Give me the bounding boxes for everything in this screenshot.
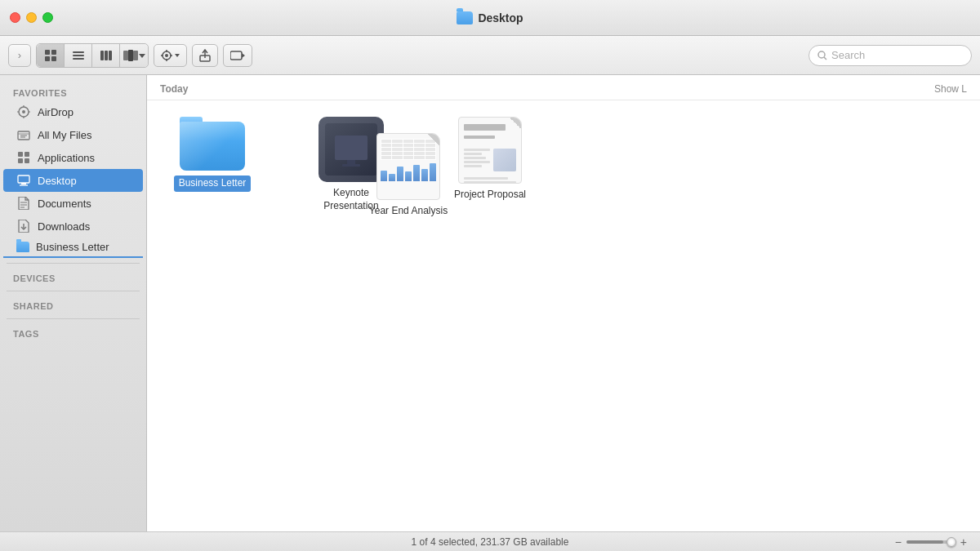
columns-icon — [100, 49, 113, 62]
tag-button[interactable] — [223, 44, 252, 67]
show-log-link[interactable]: Show L — [934, 83, 967, 95]
analysis-chart — [381, 163, 436, 181]
svg-point-25 — [818, 51, 825, 58]
search-box[interactable]: Search — [808, 45, 972, 66]
status-bar: 1 of 4 selected, 231.37 GB available − + — [0, 531, 980, 551]
sidebar-item-all-my-files[interactable]: All My Files — [3, 123, 143, 146]
chart-bar-5 — [413, 165, 420, 181]
svg-rect-37 — [18, 152, 23, 157]
share-icon — [199, 49, 211, 62]
title-bar: Desktop — [0, 0, 980, 36]
sidebar-all-my-files-label: All My Files — [38, 129, 91, 141]
svg-rect-34 — [18, 133, 29, 135]
sidebar-divider-tags — [7, 318, 140, 319]
svg-line-26 — [824, 57, 826, 60]
view-cover-button[interactable] — [120, 44, 148, 67]
sidebar-divider-shared — [7, 291, 140, 291]
zoom-plus-button[interactable]: + — [960, 535, 967, 549]
cover-flow-icon — [122, 49, 139, 62]
folder-icon-business-letter — [180, 117, 245, 171]
view-columns-button[interactable] — [92, 44, 120, 67]
desktop-icon — [16, 173, 31, 188]
applications-icon — [16, 150, 31, 165]
drag-folder-icon — [16, 242, 29, 252]
analysis-icon — [376, 133, 440, 200]
status-text: 1 of 4 selected, 231.37 GB available — [412, 536, 569, 548]
svg-rect-0 — [45, 50, 50, 55]
search-icon — [817, 51, 827, 60]
view-list-button[interactable] — [65, 44, 92, 67]
sidebar-documents-label: Documents — [38, 198, 91, 210]
svg-marker-20 — [175, 54, 180, 57]
zoom-minus-button[interactable]: − — [895, 535, 902, 549]
svg-rect-3 — [51, 56, 56, 61]
proposal-icon — [458, 117, 522, 184]
zoom-slider-thumb[interactable] — [947, 537, 956, 547]
tags-label: TAGS — [0, 324, 146, 341]
back-button[interactable]: › — [8, 44, 31, 67]
svg-rect-11 — [128, 50, 133, 61]
favorites-label: FAVORITES — [0, 83, 146, 100]
file-item-business-letter[interactable]: Business Letter — [163, 117, 261, 218]
svg-point-28 — [22, 110, 25, 113]
toolbar: › — [0, 36, 980, 75]
gear-icon — [161, 50, 172, 61]
svg-rect-48 — [335, 136, 368, 160]
svg-rect-9 — [109, 51, 112, 60]
sidebar-item-applications[interactable]: Applications — [3, 146, 143, 169]
all-my-files-icon — [16, 127, 31, 142]
sidebar-downloads-label: Downloads — [38, 220, 90, 233]
zoom-slider-track[interactable] — [906, 540, 956, 544]
svg-rect-4 — [73, 51, 84, 53]
minimize-button[interactable] — [26, 12, 37, 23]
svg-rect-6 — [73, 58, 84, 60]
chart-bar-6 — [421, 169, 428, 181]
svg-rect-12 — [133, 51, 138, 60]
date-label: Today — [160, 83, 188, 95]
svg-rect-7 — [100, 51, 104, 60]
file-label-business-letter: Business Letter — [174, 176, 252, 192]
svg-rect-5 — [73, 55, 84, 56]
chart-bar-3 — [397, 167, 403, 181]
close-button[interactable] — [10, 12, 20, 23]
sidebar-item-downloads[interactable]: Downloads — [3, 215, 143, 238]
folder-body — [180, 122, 245, 171]
svg-rect-8 — [105, 51, 108, 60]
search-placeholder: Search — [831, 49, 865, 61]
sidebar-item-desktop[interactable]: Desktop — [3, 169, 143, 192]
svg-marker-13 — [139, 54, 145, 58]
sidebar: FAVORITES AirDrop — [0, 75, 147, 531]
chevron-down-small-icon — [175, 52, 180, 59]
view-grid-button[interactable] — [37, 44, 65, 67]
list-icon — [72, 49, 85, 62]
file-item-year-end-analysis[interactable]: Year End Analysis — [359, 133, 457, 218]
chart-bar-1 — [381, 171, 387, 181]
traffic-lights — [10, 12, 53, 23]
svg-rect-42 — [21, 183, 26, 184]
window-title: Desktop — [457, 11, 523, 24]
sidebar-item-documents[interactable]: Documents — [3, 192, 143, 215]
content-header: Today Show L — [147, 75, 980, 100]
svg-point-15 — [165, 54, 168, 57]
drag-item-label: Business Letter — [36, 241, 109, 253]
file-grid: Business Letter KeynotePresentation — [147, 109, 980, 226]
content-area: Today Show L Business Letter — [147, 75, 980, 531]
zoom-slider-fill — [906, 540, 943, 544]
chevron-down-icon — [139, 51, 145, 60]
file-label-project-proposal: Project Proposal — [454, 189, 526, 202]
sidebar-item-airdrop[interactable]: AirDrop — [3, 100, 143, 123]
documents-icon — [16, 196, 31, 211]
maximize-button[interactable] — [42, 12, 53, 23]
svg-rect-40 — [24, 158, 29, 163]
sidebar-airdrop-label: AirDrop — [38, 106, 74, 118]
arrange-button[interactable] — [154, 44, 187, 67]
svg-rect-2 — [45, 56, 50, 61]
file-label-year-end-analysis: Year End Analysis — [369, 205, 448, 218]
share-button[interactable] — [192, 44, 218, 67]
grid-icon — [44, 49, 57, 62]
main-area: FAVORITES AirDrop — [0, 75, 980, 531]
chart-bar-2 — [389, 174, 395, 181]
downloads-icon — [16, 219, 31, 233]
svg-rect-50 — [342, 164, 360, 167]
svg-marker-24 — [242, 53, 245, 58]
